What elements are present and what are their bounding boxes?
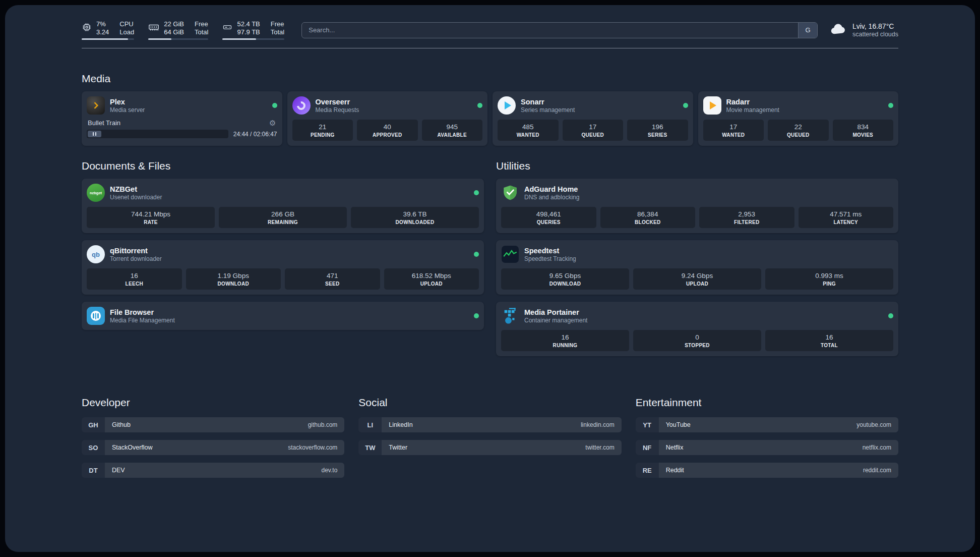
memory-label-top: Free	[195, 20, 208, 28]
stat-upload: 9.24 Gbps UPLOAD	[633, 268, 761, 290]
bookmark-abbr: GH	[82, 417, 105, 432]
playback-time: 24:44 / 02:06:47	[233, 131, 277, 138]
bookmark-reddit[interactable]: RE Reddit reddit.com	[636, 463, 898, 478]
stat-label: AVAILABLE	[423, 132, 482, 138]
memory-bar-track	[148, 38, 208, 40]
service-desc: Media Requests	[316, 106, 359, 114]
disk-bar-fill	[222, 38, 256, 40]
topbar-divider	[82, 48, 898, 48]
disk-widget: 52.4 TB 97.9 TB Free Total	[222, 20, 284, 40]
bookmark-youtube[interactable]: YT YouTube youtube.com	[636, 417, 898, 432]
service-name: Media Portainer	[524, 308, 587, 317]
service-desc: DNS and adblocking	[524, 194, 579, 201]
service-link-speedtest[interactable]: Speedtest Speedtest Tracking	[501, 245, 893, 263]
stat-seed: 471 SEED	[285, 268, 380, 290]
service-link-radarr[interactable]: Radarr Movie management	[703, 96, 894, 115]
stat-label: RATE	[88, 219, 214, 225]
stat-label: MOVIES	[834, 132, 893, 138]
stat-value: 40	[358, 123, 417, 131]
service-desc: Media server	[110, 106, 145, 114]
service-desc: Speedtest Tracking	[524, 255, 576, 263]
search-input[interactable]	[302, 23, 798, 38]
plex-now-playing-widget: Bullet Train ⚙ 24:44 / 02:06:47	[87, 119, 277, 138]
service-link-overseerr[interactable]: Overseerr Media Requests	[292, 96, 483, 115]
stat-value: 17	[704, 123, 763, 131]
bookmark-netflix[interactable]: NF Netflix netflix.com	[636, 440, 898, 455]
status-dot	[888, 313, 893, 318]
bookmark-linkedin[interactable]: LI LinkedIn linkedin.com	[358, 417, 621, 432]
bookmark-stackoverflow[interactable]: SO StackOverflow stackoverflow.com	[82, 440, 344, 455]
memory-icon	[148, 22, 159, 35]
stat-label: DOWNLOAD	[502, 281, 628, 287]
bookmark-twitter[interactable]: TW Twitter twitter.com	[358, 440, 621, 455]
bookmark-url: youtube.com	[856, 421, 891, 428]
pause-button[interactable]	[88, 131, 101, 137]
card-adguard: AdGuard Home DNS and adblocking 498,461 …	[496, 179, 898, 233]
topbar: 7% 3.24 CPU Load	[82, 20, 898, 40]
stat-label: PING	[766, 281, 892, 287]
stat-approved: 40 APPROVED	[357, 120, 418, 141]
adguard-icon	[501, 184, 519, 202]
status-dot	[272, 103, 277, 108]
stat-download: 9.65 Gbps DOWNLOAD	[501, 268, 629, 290]
disk-free-value: 52.4 TB	[237, 20, 260, 28]
stat-label: QUEUED	[769, 132, 828, 138]
stat-movies: 834 MOVIES	[833, 120, 894, 141]
nzbget-icon: nzbget	[87, 184, 105, 202]
service-name: AdGuard Home	[524, 185, 579, 194]
disk-total-value: 97.9 TB	[237, 28, 260, 36]
service-link-adguard[interactable]: AdGuard Home DNS and adblocking	[501, 184, 893, 202]
bookmark-url: reddit.com	[863, 467, 891, 474]
stat-value: 9.24 Gbps	[634, 272, 760, 280]
service-link-sonarr[interactable]: Sonarr Series management	[498, 96, 688, 115]
service-link-qbittorrent[interactable]: qb qBittorrent Torrent downloader	[87, 245, 479, 263]
stat-stopped: 0 STOPPED	[633, 330, 761, 351]
qbittorrent-icon-text: qb	[92, 251, 100, 258]
service-desc: Media File Management	[110, 317, 175, 324]
service-link-filebrowser[interactable]: File Browser Media File Management	[87, 307, 479, 325]
bookmark-dev[interactable]: DT DEV dev.to	[82, 463, 344, 478]
stat-queries: 498,461 QUERIES	[501, 207, 596, 228]
bookmark-name: Twitter	[389, 444, 407, 451]
bookmark-name: StackOverflow	[112, 444, 153, 451]
service-name: Plex	[110, 97, 145, 106]
stat-label: WANTED	[704, 132, 763, 138]
stat-running: 16 RUNNING	[501, 330, 629, 351]
media-section-title: Media	[82, 73, 898, 85]
bookmarks-entertainment: Entertainment YT YouTube youtube.com NF …	[636, 397, 898, 478]
stat-remaining: 266 GB REMAINING	[219, 207, 347, 228]
service-link-plex[interactable]: Plex Media server	[87, 96, 277, 115]
stat-label: LATENCY	[800, 219, 893, 225]
stat-value: 22	[769, 123, 828, 131]
memory-total-value: 64 GiB	[164, 28, 184, 36]
stat-value: 471	[286, 272, 379, 280]
service-link-portainer[interactable]: Media Portainer Container management	[501, 307, 893, 325]
service-desc: Usenet downloader	[110, 194, 162, 201]
stat-value: 47.571 ms	[800, 210, 893, 218]
gear-icon[interactable]: ⚙	[269, 119, 276, 127]
bookmark-url: linkedin.com	[581, 421, 615, 428]
stat-value: 196	[628, 123, 687, 131]
service-desc: Series management	[521, 106, 575, 114]
stat-label: FILTERED	[700, 219, 793, 225]
disk-icon	[222, 22, 232, 34]
playback-progress-bar[interactable]	[87, 130, 228, 138]
search-provider-button[interactable]: G	[798, 23, 817, 38]
stat-value: 498,461	[502, 210, 595, 218]
bookmark-abbr: TW	[358, 440, 382, 455]
service-link-nzbget[interactable]: nzbget NZBGet Usenet downloader	[87, 184, 479, 202]
stat-available: 945 AVAILABLE	[422, 120, 483, 141]
stat-value: 266 GB	[220, 210, 346, 218]
status-dot	[477, 103, 482, 108]
cpu-bar-track	[82, 38, 134, 40]
bookmark-github[interactable]: GH Github github.com	[82, 417, 344, 432]
bookmark-url: github.com	[308, 421, 338, 428]
bookmark-url: netflix.com	[863, 444, 891, 451]
stat-total: 16 TOTAL	[765, 330, 893, 351]
dashboard: 7% 3.24 CPU Load	[5, 5, 975, 552]
stat-series: 196 SERIES	[627, 120, 688, 141]
speedtest-icon	[501, 245, 519, 263]
disk-label-top: Free	[271, 20, 284, 28]
stat-label: REMAINING	[220, 219, 346, 225]
service-desc: Torrent downloader	[110, 255, 162, 263]
